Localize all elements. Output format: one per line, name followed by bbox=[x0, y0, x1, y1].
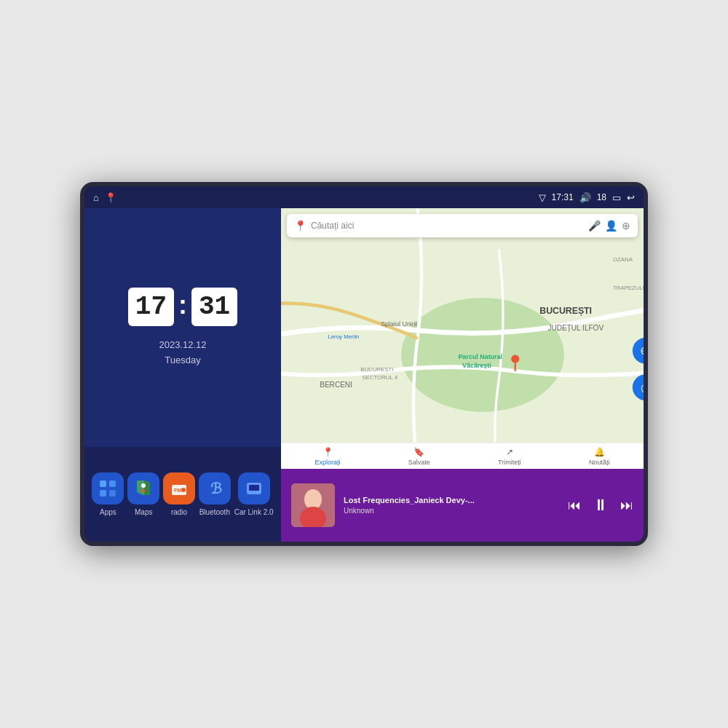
battery-icon: ▭ bbox=[612, 192, 621, 203]
main-area: 17 : 31 2023.12.12 Tuesday bbox=[84, 208, 644, 542]
svg-point-9 bbox=[181, 488, 186, 492]
app-item-apps[interactable]: Apps bbox=[92, 472, 124, 516]
album-art bbox=[291, 483, 335, 527]
next-button[interactable]: ⏭ bbox=[620, 498, 633, 513]
svg-point-6 bbox=[141, 483, 146, 488]
map-nav-trimiteți[interactable]: ↗ Trimiteți bbox=[498, 447, 521, 466]
svg-rect-0 bbox=[100, 480, 106, 487]
map-search-text[interactable]: Căutați aici bbox=[311, 221, 584, 231]
status-left: ⌂ 📍 bbox=[93, 192, 116, 203]
carlink-icon bbox=[238, 472, 270, 505]
volume-icon: 🔊 bbox=[579, 192, 591, 203]
svg-rect-1 bbox=[109, 480, 116, 487]
status-bar: ⌂ 📍 ▽ 17:31 🔊 18 ▭ ↩ bbox=[84, 186, 644, 208]
play-pause-button[interactable]: ⏸ bbox=[593, 496, 609, 515]
mic-icon[interactable]: 🎤 bbox=[588, 220, 601, 232]
media-info: Lost Frequencies_Janieck Devy-... Unknow… bbox=[344, 496, 559, 515]
svg-point-32 bbox=[511, 355, 519, 363]
explorați-label: Explorați bbox=[315, 459, 341, 466]
map-nav-explorați[interactable]: 📍 Explorați bbox=[315, 447, 341, 466]
svg-text:TRAPEZULUI: TRAPEZULUI bbox=[613, 285, 644, 291]
screen: ⌂ 📍 ▽ 17:31 🔊 18 ▭ ↩ 17 : bbox=[84, 186, 644, 542]
explore-icon: 📍 bbox=[323, 447, 333, 457]
svg-marker-5 bbox=[144, 480, 150, 495]
signal-icon: ▽ bbox=[539, 192, 546, 203]
maps-pin-icon[interactable]: 📍 bbox=[105, 192, 116, 203]
map-bottom-bar: 📍 Explorați 🔖 Salvate ↗ Trimiteți bbox=[281, 443, 644, 469]
map-background: BUCUREȘTI JUDEȚUL ILFOV BERCENI Parcul N… bbox=[281, 208, 644, 469]
bluetooth-label: Bluetooth bbox=[199, 508, 230, 516]
maps-label: Maps bbox=[135, 508, 152, 516]
svg-text:⊕: ⊕ bbox=[640, 344, 644, 357]
svg-point-13 bbox=[249, 491, 252, 494]
device-frame: ⌂ 📍 ▽ 17:31 🔊 18 ▭ ↩ 17 : bbox=[80, 182, 648, 546]
apps-icon bbox=[92, 472, 124, 505]
map-widget[interactable]: BUCUREȘTI JUDEȚUL ILFOV BERCENI Parcul N… bbox=[281, 208, 644, 469]
clock-widget: 17 : 31 2023.12.12 Tuesday bbox=[84, 208, 281, 447]
svg-rect-2 bbox=[100, 490, 106, 496]
clock-date: 2023.12.12 Tuesday bbox=[159, 338, 206, 368]
clock-display: 17 : 31 bbox=[128, 288, 237, 326]
status-right: ▽ 17:31 🔊 18 ▭ ↩ bbox=[539, 192, 635, 203]
layers-icon[interactable]: ⊕ bbox=[622, 220, 630, 232]
map-nav-noutăți[interactable]: 🔔 Noutăți bbox=[589, 447, 610, 466]
left-panel: 17 : 31 2023.12.12 Tuesday bbox=[84, 208, 281, 542]
svg-text:SECTORUL 4: SECTORUL 4 bbox=[362, 374, 397, 381]
svg-rect-12 bbox=[249, 485, 259, 491]
news-icon: 🔔 bbox=[594, 447, 605, 457]
status-time: 17:31 bbox=[552, 192, 574, 202]
svg-rect-3 bbox=[109, 490, 116, 496]
svg-text:Parcul Natural: Parcul Natural bbox=[458, 353, 502, 360]
right-panel: BUCUREȘTI JUDEȚUL ILFOV BERCENI Parcul N… bbox=[281, 208, 644, 542]
svg-point-14 bbox=[256, 491, 259, 494]
radio-icon: FM bbox=[163, 472, 195, 505]
trimiteți-label: Trimiteți bbox=[498, 459, 521, 466]
album-art-image bbox=[291, 483, 335, 527]
clock-hours: 17 bbox=[128, 288, 174, 326]
svg-text:◎: ◎ bbox=[641, 381, 644, 394]
share-icon: ↗ bbox=[506, 447, 513, 457]
svg-text:OZANA: OZANA bbox=[613, 256, 633, 263]
app-item-maps[interactable]: Maps bbox=[127, 472, 159, 516]
volume-level: 18 bbox=[597, 192, 606, 202]
svg-point-35 bbox=[304, 489, 322, 510]
saved-icon: 🔖 bbox=[414, 447, 424, 457]
account-icon[interactable]: 👤 bbox=[605, 220, 617, 232]
map-search-icons: 🎤 👤 ⊕ bbox=[588, 220, 630, 232]
svg-text:ℬ: ℬ bbox=[210, 480, 222, 496]
svg-text:FM: FM bbox=[174, 488, 181, 493]
svg-text:BUCUREȘTI: BUCUREȘTI bbox=[360, 366, 393, 373]
svg-text:Splaiul Unirii: Splaiul Unirii bbox=[381, 320, 417, 328]
media-title: Lost Frequencies_Janieck Devy-... bbox=[344, 496, 559, 505]
apps-label: Apps bbox=[100, 508, 116, 516]
svg-text:Leroy Merlin: Leroy Merlin bbox=[328, 333, 359, 340]
bluetooth-icon: ℬ bbox=[199, 472, 231, 505]
noutăți-label: Noutăți bbox=[589, 459, 610, 466]
map-nav-salvate[interactable]: 🔖 Salvate bbox=[408, 447, 430, 466]
map-search-bar[interactable]: 📍 Căutați aici 🎤 👤 ⊕ bbox=[287, 214, 638, 237]
radio-label: radio bbox=[171, 508, 187, 516]
carlink-label: Car Link 2.0 bbox=[234, 508, 274, 516]
media-controls: ⏮ ⏸ ⏭ bbox=[568, 496, 633, 515]
clock-minutes: 31 bbox=[191, 288, 237, 326]
maps-icon bbox=[127, 472, 159, 505]
svg-text:BERCENI: BERCENI bbox=[320, 381, 352, 389]
prev-button[interactable]: ⏮ bbox=[568, 498, 581, 513]
clock-colon: : bbox=[178, 290, 187, 320]
media-artist: Unknown bbox=[344, 507, 559, 515]
app-item-bluetooth[interactable]: ℬ Bluetooth bbox=[199, 472, 231, 516]
svg-text:JUDEȚUL ILFOV: JUDEȚUL ILFOV bbox=[547, 324, 604, 332]
app-item-radio[interactable]: FM radio bbox=[163, 472, 195, 516]
back-icon[interactable]: ↩ bbox=[627, 192, 635, 203]
svg-text:BUCUREȘTI: BUCUREȘTI bbox=[539, 306, 592, 316]
app-item-carlink[interactable]: Car Link 2.0 bbox=[234, 472, 274, 516]
media-player: Lost Frequencies_Janieck Devy-... Unknow… bbox=[281, 469, 644, 542]
home-icon[interactable]: ⌂ bbox=[93, 192, 99, 203]
svg-text:Văcărești: Văcărești bbox=[462, 362, 491, 369]
app-launcher: Apps Maps bbox=[84, 447, 281, 542]
maps-search-pin-icon: 📍 bbox=[294, 220, 306, 232]
salvate-label: Salvate bbox=[408, 459, 430, 466]
